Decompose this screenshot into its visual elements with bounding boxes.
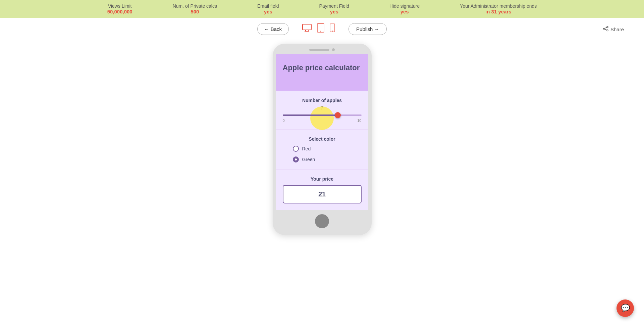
phone-home-button[interactable] (315, 214, 329, 228)
radio-item-green[interactable]: Green (293, 156, 315, 162)
phone-screen: Apple price calculator Number of apples … (276, 54, 368, 210)
banner-views-limit-value: 50,000,000 (107, 9, 132, 14)
publish-button[interactable]: Publish → (348, 23, 387, 35)
slider-max-label: 10 (357, 119, 361, 123)
color-section: Select color Red Green (276, 129, 368, 169)
slider-track (283, 114, 362, 116)
app-title: Apple price calculator (283, 63, 362, 73)
svg-line-11 (605, 27, 607, 28)
slider-section-title: Number of apples (283, 98, 362, 103)
banner-email-field-value: yes (257, 9, 279, 14)
phone-screen-inner[interactable]: Apple price calculator Number of apples … (276, 54, 368, 210)
slider-thumb[interactable] (335, 112, 341, 118)
desktop-icon[interactable] (302, 24, 312, 34)
color-section-title: Select color (283, 136, 362, 142)
price-box: 21 (283, 185, 362, 203)
radio-circle-red[interactable] (293, 146, 299, 152)
svg-point-7 (332, 31, 333, 32)
radio-circle-green[interactable] (293, 156, 299, 162)
app-header: Apple price calculator (276, 54, 368, 91)
share-button[interactable]: Share (603, 26, 624, 32)
chat-button[interactable]: 💬 (616, 299, 634, 317)
banner-views-limit: Views Limit 50,000,000 (107, 3, 132, 14)
radio-item-red[interactable]: Red (293, 146, 311, 152)
slider-section: Number of apples 7 0 10 (276, 91, 368, 129)
radio-group: Red Green (283, 146, 362, 162)
svg-line-12 (605, 29, 607, 30)
price-section: Your price 21 (276, 169, 368, 210)
banner-payment-field: Payment Field yes (319, 3, 349, 14)
phone-camera (332, 48, 335, 51)
banner-private-calcs-label: Num. of Private calcs (173, 3, 217, 9)
slider-min-label: 0 (283, 119, 285, 123)
svg-point-9 (603, 28, 605, 29)
slider-fill (283, 114, 338, 116)
banner-hide-signature-label: Hide signature (389, 3, 420, 9)
main-content: Apple price calculator Number of apples … (0, 40, 644, 235)
banner-hide-signature-value: yes (389, 9, 420, 14)
banner-email-field-label: Email field (257, 3, 279, 9)
share-label: Share (610, 26, 624, 32)
chat-icon: 💬 (621, 304, 630, 313)
phone-mockup: Apple price calculator Number of apples … (273, 44, 372, 235)
banner-payment-field-label: Payment Field (319, 3, 349, 9)
banner-hide-signature: Hide signature yes (389, 3, 420, 14)
tablet-icon[interactable] (317, 23, 324, 35)
slider-track-container[interactable] (283, 113, 362, 117)
price-section-title: Your price (283, 176, 362, 182)
svg-rect-0 (303, 24, 311, 30)
toolbar: ← Back Publish → (0, 18, 644, 40)
share-icon (603, 26, 608, 32)
slider-value: 7 (283, 105, 362, 110)
device-icons (302, 23, 335, 35)
banner-views-limit-label: Views Limit (107, 3, 132, 9)
banner-payment-field-value: yes (319, 9, 349, 14)
phone-screen-container: Apple price calculator Number of apples … (276, 54, 368, 210)
slider-labels: 0 10 (283, 119, 362, 123)
phone-speaker (309, 49, 329, 51)
svg-point-10 (607, 30, 608, 31)
top-banner: Views Limit 50,000,000 Num. of Private c… (0, 0, 644, 18)
banner-private-calcs: Num. of Private calcs 500 (173, 3, 217, 14)
phone-top-bar (276, 48, 368, 51)
banner-email-field: Email field yes (257, 3, 279, 14)
back-button[interactable]: ← Back (257, 23, 289, 35)
banner-membership: Your Administrator membership ends in 31… (460, 3, 537, 14)
svg-point-5 (320, 31, 321, 32)
radio-label-green: Green (302, 157, 315, 162)
banner-private-calcs-value: 500 (173, 9, 217, 14)
radio-label-red: Red (302, 146, 311, 151)
mobile-icon[interactable] (330, 24, 335, 35)
banner-membership-label: Your Administrator membership ends (460, 3, 537, 9)
banner-membership-value: in 31 years (460, 9, 537, 14)
svg-point-8 (607, 26, 608, 28)
